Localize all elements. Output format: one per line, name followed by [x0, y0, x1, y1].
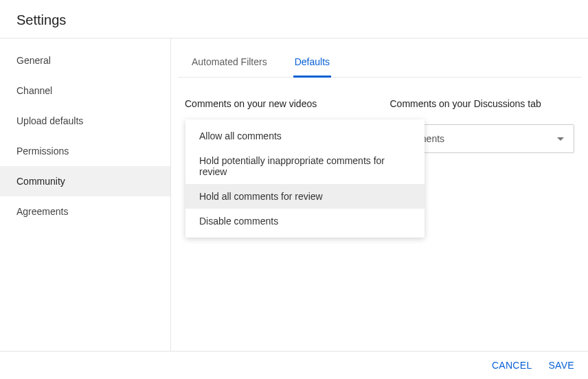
sidebar-item-channel[interactable]: Channel: [0, 76, 170, 106]
tab-automated-filters[interactable]: Automated Filters: [178, 51, 281, 77]
new-videos-comments-dropdown[interactable]: Allow all comments Hold potentially inap…: [185, 119, 425, 238]
footer: CANCEL SAVE: [0, 351, 588, 379]
dropdown-option-disable[interactable]: Disable comments: [185, 209, 425, 233]
sidebar-item-upload-defaults[interactable]: Upload defaults: [0, 106, 170, 136]
dropdown-option-hold-inappropriate[interactable]: Hold potentially inappropriate comments …: [185, 148, 425, 184]
dropdown-option-allow-all[interactable]: Allow all comments: [185, 124, 425, 148]
cancel-button[interactable]: CANCEL: [492, 360, 532, 371]
sidebar-item-agreements[interactable]: Agreements: [0, 196, 170, 227]
page-title: Settings: [16, 12, 572, 28]
label-discussions-comments: Comments on your Discussions tab: [390, 98, 575, 109]
sidebar: General Channel Upload defaults Permissi…: [0, 38, 171, 351]
header: Settings: [0, 0, 588, 38]
caret-down-icon: [557, 137, 564, 141]
tabs: Automated Filters Defaults: [178, 38, 581, 78]
sidebar-item-community[interactable]: Community: [0, 166, 170, 196]
sidebar-item-general[interactable]: General: [0, 45, 170, 76]
label-new-videos-comments: Comments on your new videos: [185, 98, 370, 109]
tab-defaults[interactable]: Defaults: [281, 51, 343, 77]
save-button[interactable]: SAVE: [548, 360, 574, 371]
dropdown-option-hold-all[interactable]: Hold all comments for review: [185, 184, 425, 209]
sidebar-item-permissions[interactable]: Permissions: [0, 136, 170, 166]
